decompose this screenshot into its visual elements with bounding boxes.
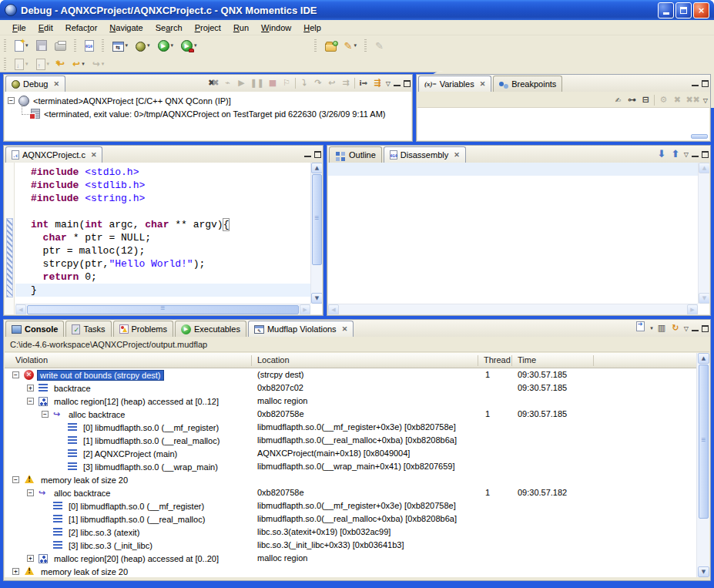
- violation-label[interactable]: [2] AQNXCProject (main): [81, 449, 179, 459]
- violations-rows[interactable]: −write out of bounds (strcpy dest)(strcp…: [5, 368, 696, 577]
- toolbar-handle[interactable]: [74, 39, 76, 52]
- tab-outline[interactable]: Outline: [329, 146, 382, 163]
- minimize-view-icon[interactable]: [304, 151, 311, 157]
- violations-table-header[interactable]: Violation Location Thread Time: [5, 353, 696, 368]
- violation-row[interactable]: +memory leak of size 20: [5, 565, 696, 577]
- view-menu-icon[interactable]: ▽: [684, 325, 689, 332]
- violation-row[interactable]: [2] libc.so.3 (atexit)libc.so.3(atexit+0…: [5, 526, 696, 539]
- toolbar-handle[interactable]: [364, 39, 367, 52]
- code-line[interactable]: }: [15, 284, 310, 297]
- code-line[interactable]: #include <stdio.h>: [31, 166, 310, 179]
- violation-label[interactable]: alloc backtrace: [66, 410, 127, 419]
- violation-row[interactable]: −malloc region[12] (heap) accessed at [0…: [5, 395, 696, 408]
- minimize-view-icon[interactable]: [692, 80, 699, 86]
- violation-row[interactable]: [3] libmudflapth.so.0 (__wrap_main)libmu…: [5, 460, 696, 473]
- violation-label[interactable]: memory leak of size 20: [39, 567, 130, 576]
- menu-edit[interactable]: Edit: [32, 22, 59, 34]
- editor-content[interactable]: #include <stdio.h>#include <stdlib.h>#in…: [5, 163, 322, 314]
- back-button[interactable]: ↩▾: [69, 55, 88, 73]
- expand-icon[interactable]: +: [27, 385, 34, 391]
- save-button[interactable]: [33, 38, 50, 53]
- target-navigator-button[interactable]: ⇆▾: [109, 38, 132, 54]
- toolbar-handle[interactable]: [102, 39, 104, 52]
- maximize-view-icon[interactable]: [702, 80, 709, 87]
- menu-search[interactable]: Search: [149, 22, 189, 34]
- violation-row[interactable]: −alloc backtrace0xb820758e109:30.57.182: [5, 486, 696, 499]
- violation-label[interactable]: [0] libmudflapth.so.0 (__mf_register): [81, 423, 221, 432]
- code-line[interactable]: ptr = malloc(12);: [31, 244, 310, 257]
- minimize-view-icon[interactable]: [394, 80, 401, 86]
- violation-row[interactable]: −write out of bounds (strcpy dest)(strcp…: [5, 368, 696, 381]
- run-qnx-tool-button[interactable]: ▶▾: [178, 38, 200, 54]
- toolbar-handle[interactable]: [4, 58, 6, 70]
- debug-tree[interactable]: − <terminated>AQNXProject [C/C++ QNX QCo…: [5, 92, 411, 140]
- search-highlight-button[interactable]: ✎▾: [341, 37, 360, 55]
- toolbar-handle[interactable]: [4, 39, 6, 52]
- violation-label[interactable]: [0] libmudflapth.so.0 (__mf_register): [66, 502, 206, 511]
- violation-row[interactable]: [2] AQNXCProject (main)AQNXCProject(main…: [5, 447, 696, 460]
- show-logical-structure-button[interactable]: ⊶: [626, 94, 637, 106]
- code-line[interactable]: char * ptr = NULL;: [31, 231, 310, 244]
- debug-process-row[interactable]: <terminated, exit value: 0>/tmp/AQNXCPro…: [5, 107, 411, 120]
- violation-label[interactable]: [3] libmudflapth.so.0 (__wrap_main): [81, 462, 220, 472]
- collapse-icon[interactable]: −: [27, 398, 34, 405]
- collapse-icon[interactable]: −: [42, 411, 49, 418]
- violation-row[interactable]: −memory leak of size 20: [5, 473, 696, 486]
- violation-row[interactable]: −alloc backtrace0xb820758e109:30.57.185: [5, 408, 696, 421]
- code-line[interactable]: [31, 205, 310, 218]
- violation-label[interactable]: [1] libmudflapth.so.0 (__real_malloc): [81, 436, 222, 445]
- code-editor[interactable]: #include <stdio.h>#include <stdlib.h>#in…: [15, 163, 310, 304]
- collapse-icon[interactable]: −: [12, 371, 19, 378]
- code-line[interactable]: int main(int argc, char ** argv){: [31, 218, 310, 231]
- maximize-view-icon[interactable]: [314, 151, 321, 158]
- violation-row[interactable]: [1] libmudflapth.so.0 (__real_malloc)lib…: [5, 434, 696, 447]
- code-line[interactable]: return 0;: [31, 270, 310, 284]
- build-binary-button[interactable]: 010: [82, 38, 97, 54]
- violation-label[interactable]: write out of bounds (strcpy dest): [37, 370, 164, 381]
- tab-editor[interactable]: .c AQNXCProject.c ✕: [5, 146, 102, 163]
- column-location[interactable]: Location: [257, 355, 290, 365]
- collapse-icon[interactable]: −: [12, 476, 19, 483]
- tab-problems[interactable]: Problems: [113, 321, 173, 337]
- export-log-button[interactable]: ➜: [635, 321, 645, 335]
- expand-icon[interactable]: +: [12, 568, 19, 575]
- violation-row[interactable]: +backtrace0xb8207c0209:30.57.185: [5, 381, 696, 395]
- maximize-view-icon[interactable]: [702, 325, 709, 332]
- tab-console[interactable]: Console: [5, 321, 64, 337]
- menu-run[interactable]: Run: [227, 22, 255, 34]
- tab-tasks[interactable]: Tasks: [65, 321, 111, 337]
- use-step-filters-button[interactable]: i⇒: [358, 77, 369, 89]
- violation-row[interactable]: [3] libc.so.3 (_init_libc)libc.so.3(_ini…: [5, 539, 696, 552]
- close-icon[interactable]: ✕: [53, 80, 59, 88]
- column-thread[interactable]: Thread: [484, 355, 511, 365]
- export-log-menu-icon[interactable]: ▾: [650, 325, 653, 331]
- view-menu-icon[interactable]: ▽: [703, 97, 708, 104]
- violation-label[interactable]: [3] libc.so.3 (_init_libc): [66, 541, 155, 550]
- menu-help[interactable]: Help: [297, 22, 327, 34]
- violations-vscrollbar[interactable]: ▲ ▼: [696, 353, 709, 577]
- minimize-view-icon[interactable]: [692, 325, 699, 331]
- minimize-view-icon[interactable]: [692, 151, 699, 157]
- expand-icon[interactable]: +: [27, 555, 34, 562]
- view-menu-icon[interactable]: ▽: [684, 151, 689, 158]
- close-button[interactable]: ×: [693, 2, 709, 18]
- violation-row[interactable]: [1] libmudflapth.so.0 (__real_malloc)lib…: [5, 512, 696, 526]
- menu-project[interactable]: Project: [189, 22, 227, 34]
- code-line[interactable]: strcpy(ptr,"Hello World!");: [31, 257, 310, 270]
- variables-content[interactable]: [417, 108, 709, 140]
- tab-debug[interactable]: Debug ✕: [5, 76, 65, 92]
- remove-all-terminated-button[interactable]: ✖✖: [208, 77, 219, 89]
- collapse-icon[interactable]: −: [27, 489, 34, 496]
- violation-label[interactable]: alloc backtrace: [52, 489, 112, 498]
- code-line[interactable]: #include <stdlib.h>: [31, 179, 310, 192]
- close-icon[interactable]: ✕: [454, 151, 460, 159]
- debug-launch-row[interactable]: − <terminated>AQNXProject [C/C++ QNX QCo…: [5, 94, 411, 107]
- violation-label[interactable]: backtrace: [52, 384, 93, 393]
- disassembly-content[interactable]: ▲ ▼ ◀ ▶: [328, 163, 709, 314]
- violation-row[interactable]: [0] libmudflapth.so.0 (__mf_register)lib…: [5, 421, 696, 434]
- violation-label[interactable]: malloc region[20] (heap) accessed at [0.…: [52, 554, 221, 563]
- scroll-down-button[interactable]: ⬇: [656, 148, 667, 160]
- debug-button[interactable]: ▾: [132, 38, 153, 54]
- show-type-names-button[interactable]: ✍: [612, 94, 623, 106]
- minimize-button[interactable]: [658, 2, 674, 18]
